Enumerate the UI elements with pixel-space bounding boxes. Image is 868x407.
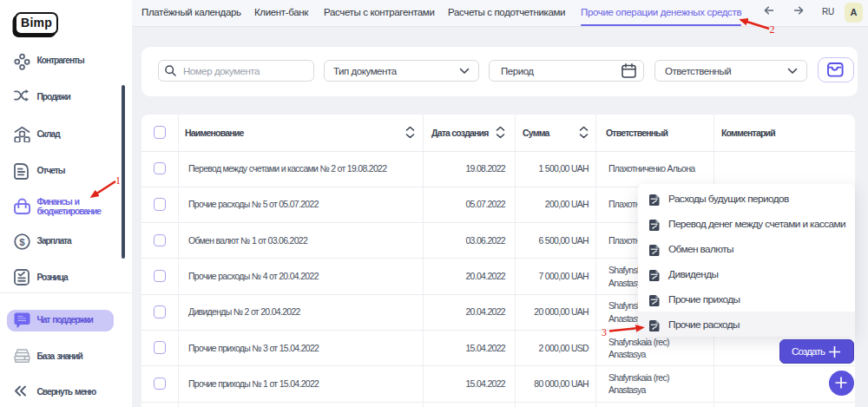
svg-text:$: $ [19, 236, 25, 246]
